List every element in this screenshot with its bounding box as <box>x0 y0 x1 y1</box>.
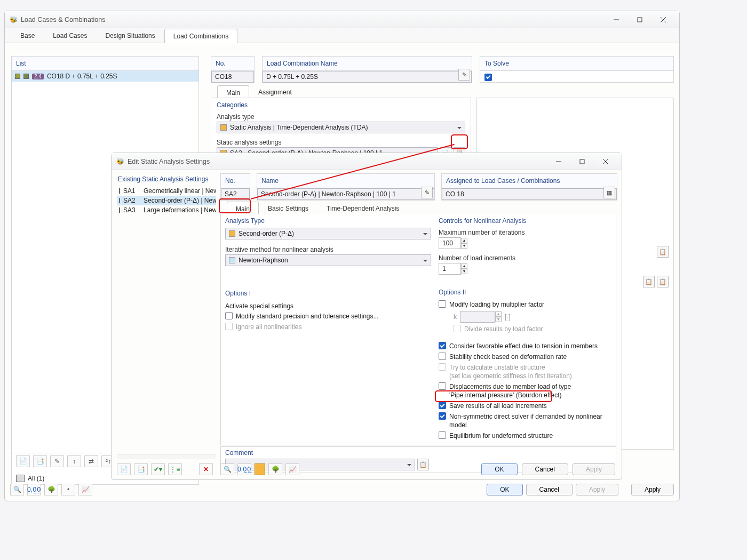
dlg-tab-basic[interactable]: Basic Settings <box>259 201 317 215</box>
search-icon[interactable]: 🔍 <box>10 484 24 495</box>
divide-checkbox <box>454 325 461 332</box>
tab-base[interactable]: Base <box>11 28 44 43</box>
dlg-assign-value[interactable]: CO 18 <box>442 188 617 200</box>
stability-label: Stability check based on deformation rat… <box>449 353 611 361</box>
tree-icon[interactable]: 🌳 <box>44 484 58 495</box>
side-icon-b1[interactable]: 📋 <box>643 276 655 287</box>
name-value[interactable]: D + 0.75L + 0.25S <box>263 71 472 83</box>
ok-button[interactable]: OK <box>487 484 522 495</box>
modify-precision-checkbox[interactable] <box>225 312 233 319</box>
categories-title: Categories <box>217 101 465 111</box>
dialog-main-panel: Analysis Type Second-order (P-Δ) Iterati… <box>220 214 616 445</box>
ignore-nl-label: Ignore all nonlinearities <box>236 323 431 331</box>
graph-icon[interactable]: 📈 <box>78 484 92 495</box>
copy-icon[interactable]: 📑 <box>33 455 47 467</box>
save-increments-checkbox[interactable] <box>439 402 446 409</box>
renumber-icon[interactable]: ↕ <box>67 455 81 467</box>
dlg-assign-more-icon[interactable]: ▦ <box>603 187 615 198</box>
controls-title: Controls for Nonlinear Analysis <box>439 217 611 225</box>
dialog-close-button[interactable] <box>594 154 617 169</box>
multiplier-checkbox[interactable] <box>439 300 446 308</box>
save-increments-label: Save results of all load increments <box>449 402 611 410</box>
stability-checkbox[interactable] <box>439 353 446 360</box>
no-value[interactable]: CO18 <box>211 71 254 83</box>
edit-name-icon[interactable]: ✎ <box>458 69 470 81</box>
settings-label: Static analysis settings <box>217 139 465 146</box>
iter-method-select[interactable]: Newton-Raphson <box>225 254 431 266</box>
options2-title: Options II <box>439 289 611 296</box>
dialog-left-toolbar: 📄 📑 ✔▾ ⋮≡ ✕ <box>117 463 213 475</box>
side-icon-b2[interactable]: 📋 <box>657 276 669 287</box>
dlg-name-value[interactable]: Second-order (P-Δ) | Newton-Raphson | 10… <box>257 188 434 200</box>
tab-load-combinations[interactable]: Load Combinations <box>164 29 237 43</box>
dlg-cancel-button[interactable]: Cancel <box>522 463 568 475</box>
dialog-status-tools: 🔍 0,0̲0̲ 🌳 📈 <box>220 463 299 475</box>
dlg-col-left: Analysis Type Second-order (P-Δ) Iterati… <box>225 217 431 331</box>
max-iter-spin[interactable]: 100▲▼ <box>439 237 611 249</box>
new-icon[interactable]: 📄 <box>16 455 30 467</box>
close-button[interactable] <box>651 12 675 27</box>
filter-swatch[interactable] <box>16 475 25 482</box>
edit-icon[interactable]: ✎ <box>50 455 64 467</box>
dlg-edit-name-icon[interactable]: ✎ <box>421 187 433 198</box>
cancel-button[interactable]: Cancel <box>526 484 573 495</box>
dlg-color-swatch[interactable] <box>255 463 265 475</box>
displacements-checkbox[interactable] <box>439 382 446 390</box>
header-fields: No. CO18 Load Combination Name D + 0.75L… <box>211 56 674 83</box>
analysis-type-select[interactable]: Static Analysis | Time-Dependent Analysi… <box>217 122 465 133</box>
existing-title: Existing Static Analysis Settings <box>117 173 216 186</box>
tab-load-cases[interactable]: Load Cases <box>44 28 96 43</box>
scroll-track[interactable] <box>117 454 216 459</box>
dlg-copy-icon[interactable]: 📑 <box>134 463 148 475</box>
decimals-icon[interactable]: 0,0̲0̲ <box>27 484 41 495</box>
row-text: CO18 D + 0.75L + 0.25S <box>47 73 117 80</box>
nonsymmetric-checkbox[interactable] <box>439 412 446 420</box>
dlg-tree-icon[interactable]: 🌳 <box>268 463 282 475</box>
dlg-check-icon[interactable]: ✔▾ <box>151 463 165 475</box>
iter-method-label: Iterative method for nonlinear analysis <box>225 246 431 253</box>
divide-label: Divide results by load factor <box>464 325 611 333</box>
dlg-apply-button[interactable]: Apply <box>573 463 615 475</box>
dlg-tab-tda[interactable]: Time-Dependent Analysis <box>317 201 408 215</box>
incr-spin[interactable]: 1▲▼ <box>439 263 611 275</box>
tab-design-situations[interactable]: Design Situations <box>96 28 164 43</box>
activate-label: Activate special settings <box>225 302 431 310</box>
list-row[interactable]: 2.4 CO18 D + 0.75L + 0.25S <box>12 71 198 82</box>
max-iter-label: Maximum number of iterations <box>439 229 611 236</box>
dot-icon[interactable]: • <box>61 484 75 495</box>
dlg-assign-label: Assigned to Load Cases / Combinations <box>442 174 617 188</box>
subtab-assignment[interactable]: Assignment <box>249 85 301 99</box>
dlg-delete-icon[interactable]: ✕ <box>199 463 213 475</box>
comment-more-icon[interactable]: 📋 <box>417 459 429 470</box>
dlg-ok-button[interactable]: OK <box>481 463 517 475</box>
main-tabs: Base Load Cases Design Situations Load C… <box>5 28 679 43</box>
analysis-type-select2[interactable]: Second-order (P-Δ) <box>225 228 431 239</box>
analysis-type-label: Analysis type <box>217 113 465 121</box>
sas-row-3[interactable]: SA3 Large deformations | Newton- <box>117 205 216 215</box>
row-badge: 2.4 <box>32 74 44 79</box>
dialog-footer-buttons: OK Cancel Apply <box>481 463 615 475</box>
sas-row-2[interactable]: SA2 Second-order (P-Δ) | Newton-R <box>117 196 216 205</box>
apply-button[interactable]: Apply <box>631 484 674 495</box>
equilibrium-checkbox[interactable] <box>439 431 446 439</box>
favorable-checkbox[interactable] <box>439 342 446 349</box>
swap-icon[interactable]: ⇄ <box>84 455 98 467</box>
side-icon-a[interactable]: 📋 <box>657 246 669 258</box>
unstable-label: Try to calculate unstable structure(set … <box>449 363 611 380</box>
dlg-check2-icon[interactable]: ⋮≡ <box>168 463 182 475</box>
sas-row-1[interactable]: SA1 Geometrically linear | Newton- <box>117 186 216 196</box>
dialog-minimize-button[interactable] <box>547 154 570 169</box>
solve-checkbox[interactable] <box>484 74 492 81</box>
dialog-window: 🐝 Edit Static Analysis Settings Existing… <box>111 153 622 480</box>
dlg-name-label: Name <box>257 174 434 188</box>
dlg-decimals-icon[interactable]: 0,0̲0̲ <box>237 463 251 475</box>
dlg-no-value[interactable]: SA2 <box>221 188 250 200</box>
equilibrium-label: Equilibrium for undeformed structure <box>449 431 611 440</box>
dialog-maximize-button[interactable] <box>570 154 594 169</box>
dlg-graph-icon[interactable]: 📈 <box>285 463 299 475</box>
apply-button-disabled[interactable]: Apply <box>576 484 618 495</box>
maximize-button[interactable] <box>628 12 651 27</box>
minimize-button[interactable] <box>605 12 628 27</box>
dlg-search-icon[interactable]: 🔍 <box>220 463 234 475</box>
dlg-new-icon[interactable]: 📄 <box>117 463 131 475</box>
